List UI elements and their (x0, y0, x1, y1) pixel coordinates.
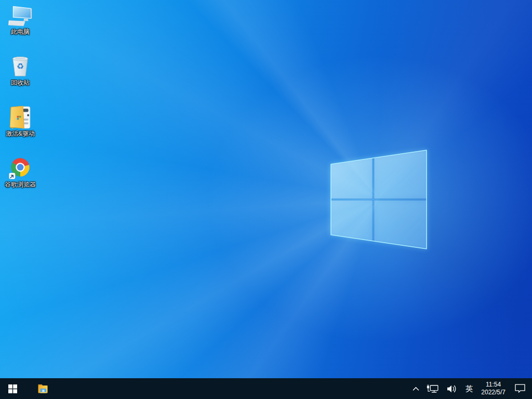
tray-ime-language-indicator[interactable]: 英 (462, 378, 477, 399)
taskbar: 英 11:54 2022/5/7 (0, 378, 532, 399)
taskbar-file-explorer-button[interactable] (31, 378, 54, 399)
desktop-icon-label: 回收站 (11, 79, 30, 86)
folder-icon (8, 105, 32, 129)
clock-date: 2022/5/7 (481, 389, 506, 396)
desktop-icon-this-pc[interactable]: 此电脑 (1, 3, 39, 52)
file-explorer-icon (37, 383, 49, 394)
chevron-up-icon (413, 387, 419, 391)
tray-volume-button[interactable] (443, 378, 462, 399)
notification-bubble-icon (515, 384, 525, 393)
desktop-icon-activation-drivers[interactable]: 激活&驱动 (1, 105, 39, 154)
desktop-icon-label: 此电脑 (11, 28, 30, 35)
tray-network-button[interactable] (423, 378, 443, 399)
start-button[interactable] (0, 378, 25, 399)
tray-show-hidden-icons-button[interactable] (409, 378, 423, 399)
speaker-volume-icon (447, 384, 458, 393)
desktop-icon-google-chrome[interactable]: 谷歌浏览器 (1, 156, 39, 205)
windows-start-icon (8, 384, 17, 393)
ethernet-network-icon (427, 384, 440, 394)
tray-clock[interactable]: 11:54 2022/5/7 (476, 378, 510, 399)
system-tray: 英 11:54 2022/5/7 (409, 378, 532, 399)
this-pc-icon (8, 3, 32, 27)
desktop-wallpaper: 此电脑 ♻ 回收站 (0, 0, 532, 378)
taskbar-empty-area (54, 378, 409, 399)
chrome-icon (8, 156, 32, 180)
desktop-icon-label: 激活&驱动 (6, 130, 35, 137)
ime-language-label: 英 (466, 378, 473, 399)
svg-text:♻: ♻ (17, 61, 24, 71)
desktop-icon-label: 谷歌浏览器 (5, 181, 36, 188)
windows-logo-wallpaper (0, 0, 532, 378)
recycle-bin-icon: ♻ (8, 54, 32, 78)
clock-time: 11:54 (486, 381, 501, 389)
desktop-icon-recycle-bin[interactable]: ♻ 回收站 (1, 54, 39, 103)
windows-screen: 此电脑 ♻ 回收站 (0, 0, 532, 399)
action-center-button[interactable] (510, 378, 532, 399)
